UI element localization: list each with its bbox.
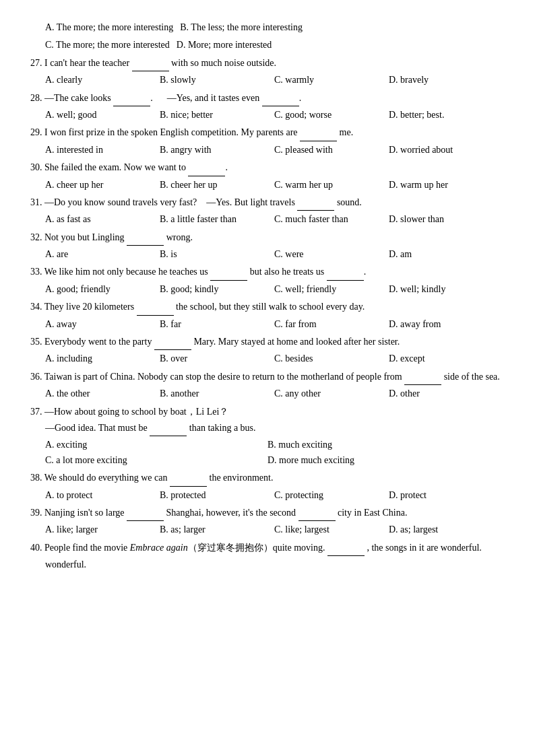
blank-31 <box>297 195 334 211</box>
question-39: 39. Nanjing isn't so large Shanghai, how… <box>30 506 505 538</box>
q29-option-A: A. interested in <box>45 143 153 158</box>
q38-option-D: D. protect <box>389 488 497 503</box>
intro-option-A: A. The more; the more interesting <box>45 20 173 35</box>
question-33: 33. We like him not only because he teac… <box>30 265 505 297</box>
blank-36 <box>404 370 441 385</box>
q30-option-D: D. warm up her <box>389 178 497 193</box>
blank-32 <box>127 230 164 246</box>
q35-option-A: A. including <box>45 351 153 366</box>
q36-option-B: B. another <box>160 386 268 401</box>
question-36: 36. Taiwan is part of China. Nobody can … <box>30 370 505 402</box>
q36-option-C: C. any other <box>274 386 382 401</box>
q31-option-C: C. much faster than <box>274 212 382 227</box>
question-37: 37. —How about going to school by boat，L… <box>30 405 505 469</box>
blank-40 <box>327 541 365 556</box>
question-29-text: 29. I won first prize in the spoken Engl… <box>30 125 505 141</box>
exam-content: A. The more; the more interesting B. The… <box>30 20 505 573</box>
blank-28b <box>262 91 299 106</box>
blank-34 <box>137 300 174 315</box>
q28-option-B: B. nice; better <box>160 108 268 123</box>
blank-37 <box>150 421 187 436</box>
question-34: 34. They live 20 kilometers the school, … <box>30 300 505 332</box>
q34-option-A: A. away <box>45 317 153 332</box>
question-33-text: 33. We like him not only because he teac… <box>30 265 505 280</box>
q35-option-C: C. besides <box>274 351 382 366</box>
q37-option-D: D. more much exciting <box>268 453 483 468</box>
question-39-text: 39. Nanjing isn't so large Shanghai, how… <box>30 506 505 521</box>
blank-27 <box>132 56 169 71</box>
q31-option-B: B. a little faster than <box>160 212 268 227</box>
intro-option-D: D. More; more interested <box>177 38 284 53</box>
q39-option-B: B. as; larger <box>160 522 268 537</box>
question-28-text: 28. —The cake looks . —Yes, and it taste… <box>30 91 505 106</box>
q34-option-D: D. away from <box>389 317 497 332</box>
q40-continuation: wonderful. <box>30 557 505 572</box>
question-30-text: 30. She failed the exam. Now we want to … <box>30 160 505 176</box>
q32-option-A: A. are <box>45 247 153 262</box>
q29-option-C: C. pleased with <box>274 143 382 158</box>
intro-option-C: C. The more; the more interested <box>45 38 170 53</box>
blank-35 <box>154 335 191 350</box>
blank-38 <box>170 471 207 486</box>
q32-option-B: B. is <box>160 247 268 262</box>
q38-option-B: B. protected <box>160 488 268 503</box>
q31-option-D: D. slower than <box>389 212 497 227</box>
q27-option-C: C. warmly <box>274 73 382 88</box>
question-34-text: 34. They live 20 kilometers the school, … <box>30 300 505 315</box>
question-35: 35. Everybody went to the party Mary. Ma… <box>30 335 505 367</box>
q29-option-B: B. angry with <box>160 143 268 158</box>
question-32-text: 32. Not you but Lingling wrong. <box>30 230 505 246</box>
question-32: 32. Not you but Lingling wrong. A. are B… <box>30 230 505 263</box>
q38-option-A: A. to protect <box>45 488 153 503</box>
question-35-text: 35. Everybody went to the party Mary. Ma… <box>30 335 505 350</box>
question-28: 28. —The cake looks . —Yes, and it taste… <box>30 91 505 123</box>
blank-29 <box>300 125 337 141</box>
q34-option-C: C. far from <box>274 317 382 332</box>
q33-option-B: B. good; kindly <box>160 282 268 297</box>
q28-option-D: D. better; best. <box>389 108 497 123</box>
q28-option-A: A. well; good <box>45 108 153 123</box>
q32-option-D: D. am <box>389 247 497 262</box>
q30-option-C: C. warm her up <box>274 178 382 193</box>
intro-options-block: A. The more; the more interesting B. The… <box>30 20 505 53</box>
q32-option-C: C. were <box>274 247 382 262</box>
question-38: 38. We should do everything we can the e… <box>30 471 505 503</box>
question-37-text: 37. —How about going to school by boat，L… <box>30 405 505 419</box>
q37-option-A: A. exciting <box>45 438 261 452</box>
q36-option-A: A. the other <box>45 386 153 401</box>
intro-option-B: B. The less; the more interesting <box>180 20 303 35</box>
question-36-text: 36. Taiwan is part of China. Nobody can … <box>30 370 505 385</box>
blank-28a <box>113 91 150 106</box>
blank-33b <box>327 265 364 280</box>
q33-option-D: D. well; kindly <box>389 282 497 297</box>
q39-option-D: D. as; largest <box>389 522 497 537</box>
question-27-text: 27. I can't hear the teacher with so muc… <box>30 56 505 71</box>
q27-option-D: D. bravely <box>389 73 497 88</box>
q30-option-A: A. cheer up her <box>45 178 153 193</box>
q27-option-A: A. clearly <box>45 73 153 88</box>
question-38-text: 38. We should do everything we can the e… <box>30 471 505 486</box>
blank-39a <box>127 506 164 521</box>
q33-option-C: C. well; friendly <box>274 282 382 297</box>
q29-option-D: D. worried about <box>389 143 497 158</box>
question-40: 40. People find the movie Embrace again（… <box>30 541 505 573</box>
question-30: 30. She failed the exam. Now we want to … <box>30 160 505 193</box>
q28-option-C: C. good; worse <box>274 108 382 123</box>
q38-option-C: C. protecting <box>274 488 382 503</box>
q37-option-C: C. a lot more exciting <box>45 453 261 468</box>
q34-option-B: B. far <box>160 317 268 332</box>
question-27: 27. I can't hear the teacher with so muc… <box>30 56 505 88</box>
question-29: 29. I won first prize in the spoken Engl… <box>30 125 505 158</box>
blank-30 <box>188 160 225 176</box>
q30-option-B: B. cheer her up <box>160 178 268 193</box>
q35-option-D: D. except <box>389 351 497 366</box>
blank-33a <box>210 265 247 280</box>
q36-option-D: D. other <box>389 386 497 401</box>
q37-option-B: B. much exciting <box>268 438 483 452</box>
question-37-subtext: —Good idea. That must be than taking a b… <box>30 421 505 436</box>
question-40-text: 40. People find the movie Embrace again（… <box>30 541 505 556</box>
question-31-text: 31. —Do you know sound travels very fast… <box>30 195 505 211</box>
q39-option-A: A. like; larger <box>45 522 153 537</box>
question-37-options: A. exciting B. much exciting C. a lot mo… <box>30 438 505 468</box>
q31-option-A: A. as fast as <box>45 212 153 227</box>
